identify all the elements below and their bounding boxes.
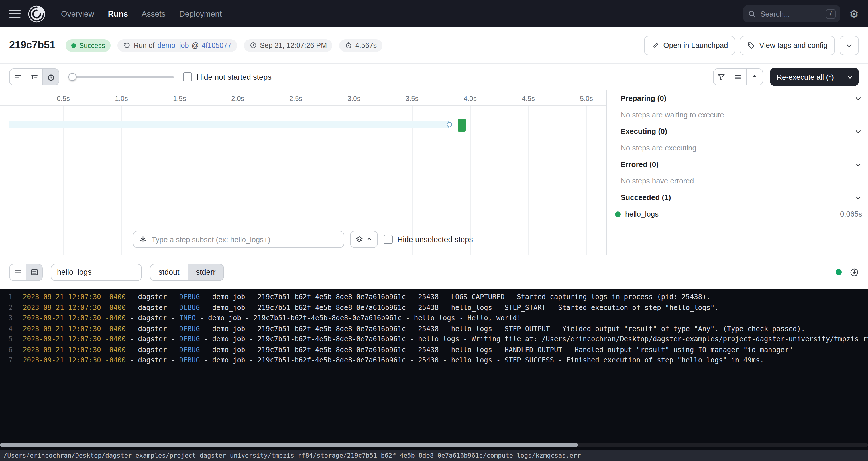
timed-view-button[interactable] [42, 68, 59, 86]
tab-stderr[interactable]: stderr [187, 264, 224, 281]
status-label: Success [79, 41, 105, 49]
dagster-app: OverviewRunsAssetsDeployment / ⚙ 219c7b5… [0, 0, 868, 461]
topnav-right: / ⚙ [743, 5, 859, 22]
rows-view-button[interactable] [729, 68, 746, 86]
slider-knob[interactable] [68, 73, 76, 81]
log-separator: - dagster - [126, 334, 179, 344]
waterfall-view-button[interactable] [26, 68, 43, 86]
graph-query-options-button[interactable] [350, 231, 378, 248]
log-separator: - dagster - [126, 324, 179, 334]
run-content: Hide unselected steps 0.5s1.0s1.5s2.0s2.… [0, 90, 868, 255]
collapse-eject-button[interactable] [746, 68, 763, 86]
log-level: INFO [179, 313, 196, 324]
search-box[interactable]: / [743, 5, 840, 22]
structured-logs-view-button[interactable] [26, 264, 43, 281]
search-shortcut-key: / [826, 9, 836, 19]
nav-item-assets[interactable]: Assets [135, 0, 173, 27]
filter-funnel-button[interactable] [713, 68, 730, 86]
log-timestamp: 2023-09-21 12:07:30 -0400 [23, 355, 126, 366]
download-log-icon[interactable] [850, 268, 859, 277]
job-link[interactable]: demo_job [158, 41, 189, 49]
section-empty-text: No steps have errored [607, 173, 868, 189]
log-timestamp: 2023-09-21 12:07:30 -0400 [23, 292, 126, 302]
run-actions-menu-button[interactable] [839, 36, 859, 55]
log-timestamp: 2023-09-21 12:07:30 -0400 [23, 344, 126, 355]
dagster-logo-icon[interactable] [27, 4, 46, 23]
gantt-waiting-bar[interactable] [8, 121, 448, 128]
tag-icon [747, 41, 755, 49]
hide-not-started-checkbox[interactable]: Hide not started steps [183, 72, 272, 82]
gantt-gridline [63, 106, 64, 255]
log-separator: - dagster - [126, 302, 179, 313]
stopwatch-icon [345, 41, 352, 49]
nav-items: OverviewRunsAssetsDeployment [54, 0, 228, 27]
chevron-down-icon [845, 41, 853, 49]
step-subset-input[interactable] [152, 235, 338, 244]
log-level: DEBUG [179, 292, 200, 302]
log-file-path: /Users/erincochran/Desktop/dagster-examp… [3, 452, 581, 459]
log-level: DEBUG [179, 334, 200, 344]
step-row[interactable]: hello_logs0.065s [607, 206, 868, 222]
gantt-step-bar-hello-logs[interactable] [458, 119, 466, 132]
log-view-toggle [9, 264, 43, 281]
view-tags-label: View tags and config [760, 41, 828, 50]
nav-item-deployment[interactable]: Deployment [173, 0, 228, 27]
settings-gear-icon[interactable]: ⚙ [849, 8, 859, 19]
log-line-number: 3 [0, 313, 12, 324]
tab-stdout[interactable]: stdout [150, 264, 188, 281]
panel-section-errored[interactable]: Errored (0) [607, 156, 868, 173]
nav-item-overview[interactable]: Overview [54, 0, 101, 27]
log-separator: - dagster - [126, 292, 179, 302]
step-subset-input-wrap[interactable] [133, 231, 344, 248]
chevron-down-icon [854, 193, 862, 202]
reexecute-all-button[interactable]: Re-execute all (*) [770, 68, 859, 86]
at-separator: @ [191, 41, 198, 49]
step-name: hello_logs [625, 210, 658, 218]
log-message: - demo_job - 219c7b51-b62f-4e5b-8de8-0e7… [200, 302, 719, 313]
log-level: DEBUG [179, 324, 200, 334]
gantt-marker-dot [447, 122, 452, 127]
flat-view-button[interactable] [9, 68, 26, 86]
pencil-icon [651, 41, 659, 49]
gantt-gridline [586, 106, 587, 255]
hide-unselected-checkbox[interactable]: Hide unselected steps [383, 235, 473, 244]
section-title: Executing (0) [621, 127, 667, 135]
slider-track[interactable] [68, 76, 174, 78]
gantt-gridline [528, 106, 529, 255]
layers-icon [355, 235, 364, 244]
log-step-filter[interactable] [51, 264, 142, 281]
checkbox-icon[interactable] [183, 72, 192, 82]
log-timestamp: 2023-09-21 12:07:30 -0400 [23, 324, 126, 334]
search-icon [748, 9, 756, 18]
time-tick-label: 3.0s [347, 95, 360, 102]
step-success-dot-icon [615, 211, 621, 217]
raw-logs-view-button[interactable] [9, 264, 26, 281]
log-io-tabs: stdout stderr [150, 264, 224, 281]
chevron-down-icon[interactable] [841, 73, 859, 81]
open-launchpad-button[interactable]: Open in Launchpad [644, 36, 736, 55]
panel-section-preparing[interactable]: Preparing (0) [607, 90, 868, 107]
log-step-filter-input[interactable] [57, 268, 136, 276]
panel-section-executing[interactable]: Executing (0) [607, 123, 868, 140]
snapshot-link[interactable]: 4f105077 [202, 41, 231, 49]
time-tick-label: 0.5s [57, 95, 69, 102]
zoom-slider[interactable] [68, 73, 174, 81]
gantt-toolbar-right: Re-execute all (*) [713, 68, 859, 86]
chevron-down-icon [854, 127, 862, 135]
op-selector-icon [139, 235, 147, 243]
checkbox-icon[interactable] [383, 235, 393, 244]
log-level: DEBUG [179, 344, 200, 355]
horizontal-scrollbar-thumb[interactable] [0, 443, 578, 447]
log-message: - demo_job - 219c7b51-b62f-4e5b-8de8-0e7… [200, 334, 868, 344]
menu-icon[interactable] [9, 8, 21, 19]
log-line: 62023-09-21 12:07:30 -0400 - dagster - D… [0, 344, 868, 355]
run-of-pill: Run of demo_job @ 4f105077 [118, 39, 237, 52]
search-input[interactable] [760, 9, 822, 18]
view-tags-button[interactable]: View tags and config [740, 36, 835, 55]
nav-item-runs[interactable]: Runs [101, 0, 135, 27]
log-timestamp: 2023-09-21 12:07:30 -0400 [23, 302, 126, 313]
log-line: 52023-09-21 12:07:30 -0400 - dagster - D… [0, 334, 868, 344]
reexecute-label: Re-execute all (*) [770, 73, 841, 81]
panel-section-succeeded[interactable]: Succeeded (1) [607, 189, 868, 206]
step-duration: 0.065s [840, 210, 862, 218]
